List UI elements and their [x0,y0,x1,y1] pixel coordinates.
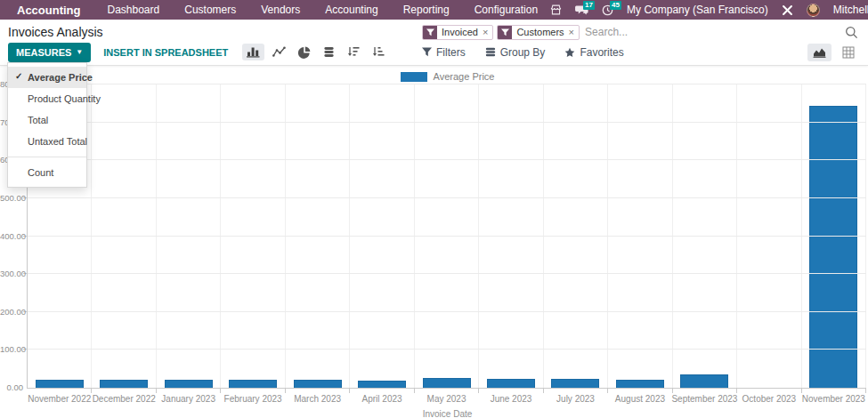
measure-option-product-quantity[interactable]: Product Quantity [8,88,86,109]
messages-icon[interactable]: 17 [575,4,588,16]
facet-filter-icon [423,26,437,39]
measure-option-label: Untaxed Total [28,136,87,147]
insert-in-spreadsheet-button[interactable]: INSERT IN SPREADSHEET [103,47,228,58]
navbar-right: 17 45 My Company (San Francisco) Mitchel… [550,4,868,17]
search-icon[interactable] [845,26,858,43]
bar-chart-button[interactable] [242,44,264,60]
measure-option-label: Total [28,115,48,125]
chart-column-december-2022: December 2022 [92,84,156,388]
bar-september-2023[interactable] [680,374,728,388]
measure-option-total[interactable]: Total [8,109,86,131]
sort-ascending-icon[interactable] [368,44,389,60]
x-axis-title: Invoice Date [27,409,868,418]
activities-clock-icon[interactable]: 45 [602,4,613,16]
h-gridline [28,84,866,84]
measure-option-average-price[interactable]: ✓Average Price [8,67,86,88]
sort-descending-icon[interactable] [343,44,364,60]
pivot-view-button[interactable] [837,44,860,61]
dropdown-divider [8,157,86,157]
nav-item-accounting[interactable]: Accounting [312,0,390,20]
search-facets: Invoiced×Customers× [422,25,580,40]
measure-option-label: Average Price [28,72,93,83]
y-axis-tick-label: 400.00 [0,231,23,241]
chart-column-october-2023: October 2023 [737,84,801,388]
bar-february-2023[interactable] [229,380,277,388]
bar-july-2023[interactable] [551,379,599,388]
bar-november-2023[interactable] [809,106,857,388]
nav-item-customers[interactable]: Customers [172,0,248,20]
chart-column-august-2023: August 2023 [608,84,672,388]
filter-icon [422,47,432,57]
bar-june-2023[interactable] [487,379,535,388]
y-axis-tick-label: 300.00 [0,269,23,278]
chart-column-april-2023: April 2023 [350,84,414,388]
activities-badge: 45 [610,1,621,10]
company-switcher[interactable]: My Company (San Francisco) [627,4,768,16]
y-axis-tick-label: 200.00 [0,307,23,317]
h-gridline [28,349,866,350]
search-bar[interactable]: Invoiced×Customers× [422,25,860,40]
user-menu[interactable]: Mitchell Admin My Original Admin [833,4,868,16]
check-icon: ✓ [15,71,22,81]
y-axis-tick-label: 0.00 [0,382,23,392]
measures-button[interactable]: MEASURES ▼ [8,43,91,62]
measures-button-label: MEASURES [16,47,71,58]
favorites-label: Favorites [580,46,623,59]
measure-option-count[interactable]: Count [8,162,86,183]
bar-may-2023[interactable] [423,378,471,388]
measure-option-label: Product Quantity [28,93,101,104]
bar-january-2023[interactable] [165,380,213,388]
messages-badge: 17 [583,1,595,10]
bar-november-2022[interactable] [36,380,84,388]
user-avatar[interactable] [807,4,820,17]
search-facet-invoiced: Invoiced× [422,25,493,40]
chart-column-july-2023: July 2023 [544,84,608,388]
chart-column-november-2023: November 2023 [802,84,866,388]
h-gridline [28,311,866,312]
facet-label: Customers [512,26,567,39]
filters-button[interactable]: Filters [422,46,466,59]
nav-item-configuration[interactable]: Configuration [462,0,550,20]
bar-march-2023[interactable] [294,380,342,388]
facet-remove-button[interactable]: × [568,26,579,39]
stacked-toggle-icon[interactable] [319,44,339,60]
shop-icon[interactable] [550,4,562,15]
pie-chart-button[interactable] [294,44,315,61]
measure-option-untaxed-total[interactable]: Untaxed Total [8,131,86,152]
facet-filter-icon [498,26,512,39]
app-name[interactable]: Accounting [17,4,81,17]
nav-item-dashboard[interactable]: Dashboard [95,0,173,20]
line-chart-button[interactable] [268,44,290,60]
x-axis-tick-label: November 2023 [793,394,868,404]
chart-column-june-2023: June 2023 [479,84,543,388]
nav-item-reporting[interactable]: Reporting [391,0,462,20]
bar-april-2023[interactable] [358,381,406,388]
h-gridline [28,197,866,198]
apps-grid-icon[interactable] [7,4,10,16]
group-by-button[interactable]: Group By [485,46,546,59]
measure-option-label: Count [28,167,53,178]
facet-remove-button[interactable]: × [482,26,492,39]
area-chart-icon [813,47,826,58]
y-axis-tick-label: 100.00 [0,344,23,354]
chart-column-may-2023: May 2023 [415,84,479,388]
chart-legend[interactable]: Average Price [27,71,868,82]
nav-item-vendors[interactable]: Vendors [248,0,312,20]
bar-august-2023[interactable] [616,380,664,388]
chart-column-february-2023: February 2023 [221,84,285,388]
bar-december-2022[interactable] [100,380,148,388]
chart-column-september-2023: September 2023 [673,84,737,388]
chart-columns: November 2022December 2022January 2023Fe… [28,84,866,388]
chevron-down-icon: ▼ [76,48,83,56]
favorites-button[interactable]: Favorites [564,46,623,59]
h-gridline [28,236,866,237]
nav-menu: DashboardCustomersVendorsAccountingRepor… [95,0,551,20]
search-facet-customers: Customers× [497,25,580,40]
graph-view: Average Price November 2022December 2022… [0,66,868,418]
search-input[interactable] [585,26,860,38]
graph-view-button[interactable] [807,44,831,61]
tools-icon[interactable] [782,4,793,16]
pivot-grid-icon [842,46,855,59]
h-gridline [28,273,866,274]
filters-label: Filters [436,46,466,59]
